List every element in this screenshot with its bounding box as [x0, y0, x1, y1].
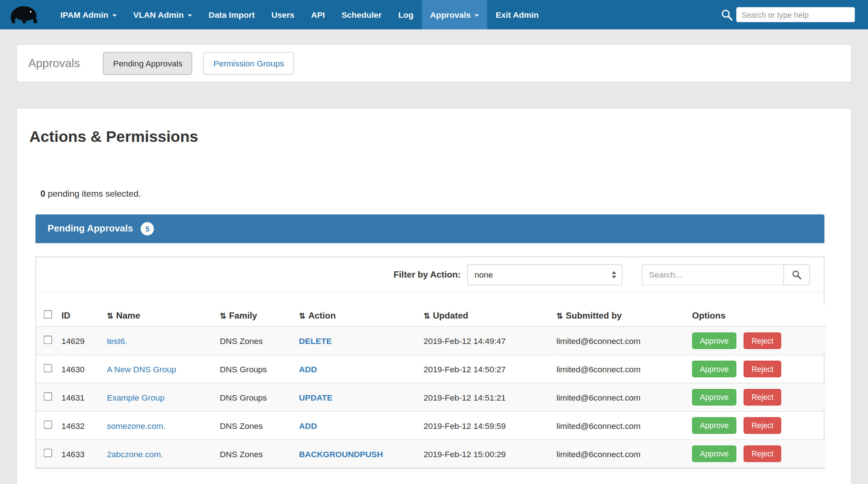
table-row: 14633 2abczone.com. DNS Zones BACKGROUND…	[36, 440, 826, 468]
table-search-input[interactable]	[642, 264, 784, 285]
select-arrows-icon	[612, 271, 616, 278]
page: IPAM Admin VLAN Admin Data Import Users …	[0, 0, 868, 484]
nav-item-vlan-admin[interactable]: VLAN Admin	[125, 0, 201, 29]
table-row: 14632 somezone.com. DNS Zones ADD 2019-F…	[36, 411, 826, 440]
nav-item-label: Approvals	[430, 10, 471, 19]
nav-item-exit-admin[interactable]: Exit Admin	[487, 0, 547, 29]
column-header-name[interactable]: ⇅Name	[102, 305, 215, 327]
row-submitted-by: limited@6connect.com	[552, 355, 687, 383]
reject-button[interactable]: Reject	[744, 361, 781, 377]
global-search-input[interactable]	[736, 7, 855, 22]
nav-item-api[interactable]: API	[303, 0, 333, 29]
nav-item-ipam-admin[interactable]: IPAM Admin	[52, 0, 125, 29]
row-name-link[interactable]: 2abczone.com.	[107, 449, 163, 459]
row-family: DNS Zones	[215, 440, 294, 468]
selected-text: pending items selected.	[48, 189, 141, 198]
nav-item-label: Exit Admin	[496, 10, 539, 19]
sort-icon: ⇅	[423, 311, 430, 320]
row-action-link[interactable]: ADD	[299, 364, 317, 374]
row-checkbox[interactable]	[44, 421, 52, 429]
reject-button[interactable]: Reject	[744, 389, 781, 406]
main-panel: Actions & Permissions 0 pending items se…	[17, 108, 852, 484]
nav-item-label: Log	[398, 10, 413, 19]
row-checkbox[interactable]	[44, 392, 52, 401]
row-family: DNS Groups	[215, 383, 294, 411]
row-submitted-by: limited@6connect.com	[552, 411, 687, 440]
column-header-family[interactable]: ⇅Family	[215, 305, 294, 327]
row-name-link[interactable]: somezone.com.	[107, 421, 166, 430]
nav-item-label: Users	[271, 10, 294, 19]
nav-item-data-import[interactable]: Data Import	[200, 0, 263, 29]
provision-logo[interactable]	[8, 0, 40, 29]
row-updated: 2019-Feb-12 14:49:47	[419, 327, 552, 355]
select-all-checkbox[interactable]	[44, 310, 52, 319]
table-search-button[interactable]	[784, 264, 810, 285]
row-action-link[interactable]: ADD	[299, 421, 317, 430]
nav-item-users[interactable]: Users	[263, 0, 303, 29]
row-family: DNS Groups	[215, 355, 294, 383]
selection-status: 0 pending items selected.	[40, 189, 840, 199]
approve-button[interactable]: Approve	[692, 389, 736, 406]
approve-button[interactable]: Approve	[692, 446, 736, 462]
row-name-link[interactable]: Example Group	[107, 393, 165, 402]
tab-pending-approvals[interactable]: Pending Approvals	[103, 52, 193, 75]
column-header-submitted-by[interactable]: ⇅Submitted by	[552, 305, 687, 327]
nav-item-scheduler[interactable]: Scheduler	[333, 0, 390, 29]
row-action-link[interactable]: DELETE	[299, 336, 332, 345]
nav-item-label: Scheduler	[342, 10, 382, 19]
column-header-action[interactable]: ⇅Action	[294, 305, 419, 327]
row-name-link[interactable]: test6.	[107, 336, 127, 345]
row-id: 14633	[57, 440, 102, 468]
row-checkbox[interactable]	[44, 449, 52, 457]
tab-permission-groups[interactable]: Permission Groups	[203, 52, 294, 75]
elephant-logo-icon	[8, 4, 40, 26]
count-badge: 5	[141, 222, 154, 235]
approve-button[interactable]: Approve	[692, 417, 736, 434]
reject-button[interactable]: Reject	[744, 417, 781, 434]
selected-count: 0	[40, 189, 45, 198]
global-search	[721, 0, 855, 29]
sort-icon: ⇅	[220, 311, 226, 320]
column-header-updated[interactable]: ⇅Updated	[419, 305, 552, 327]
page-title: Approvals	[28, 57, 80, 70]
table-search	[642, 264, 810, 285]
nav-menu: IPAM Admin VLAN Admin Data Import Users …	[52, 0, 547, 29]
approve-button[interactable]: Approve	[692, 332, 736, 349]
sort-icon: ⇅	[107, 311, 113, 320]
row-action-link[interactable]: BACKGROUNDPUSH	[299, 449, 383, 459]
table-row: 14629 test6. DNS Zones DELETE 2019-Feb-1…	[36, 327, 826, 355]
table-header-row: ID ⇅Name ⇅Family ⇅Action ⇅Updated ⇅Submi…	[36, 305, 826, 327]
panel-title: Pending Approvals	[47, 223, 133, 234]
row-id: 14629	[57, 327, 102, 355]
nav-item-approvals[interactable]: Approvals	[422, 0, 487, 29]
chevron-down-icon	[187, 14, 192, 16]
nav-item-log[interactable]: Log	[390, 0, 422, 29]
nav-item-label: IPAM Admin	[60, 10, 108, 19]
row-name-link[interactable]: A New DNS Group	[107, 364, 176, 374]
search-icon	[792, 270, 802, 279]
row-submitted-by: limited@6connect.com	[552, 383, 687, 411]
row-updated: 2019-Feb-12 15:00:29	[419, 440, 552, 468]
action-filter-select[interactable]: none	[467, 264, 623, 285]
row-updated: 2019-Feb-12 14:50:27	[419, 355, 552, 383]
row-action-link[interactable]: UPDATE	[299, 393, 332, 402]
reject-button[interactable]: Reject	[744, 446, 781, 462]
search-icon	[721, 9, 733, 21]
row-family: DNS Zones	[215, 411, 294, 440]
section-title: Actions & Permissions	[29, 128, 840, 146]
row-id: 14630	[57, 355, 102, 383]
chevron-down-icon	[112, 14, 116, 16]
approve-button[interactable]: Approve	[692, 361, 736, 377]
sort-icon: ⇅	[299, 311, 306, 320]
approvals-subheader: Approvals Pending Approvals Permission G…	[17, 44, 852, 82]
pending-approvals-header: Pending Approvals 5	[36, 214, 824, 243]
row-checkbox[interactable]	[44, 364, 52, 372]
sort-icon: ⇅	[557, 311, 563, 320]
nav-item-label: API	[311, 10, 325, 19]
approvals-table-card: Filter by Action: none	[36, 257, 824, 469]
row-id: 14632	[57, 411, 102, 440]
reject-button[interactable]: Reject	[744, 332, 781, 349]
filter-by-action-label: Filter by Action:	[393, 270, 460, 279]
row-checkbox[interactable]	[44, 336, 52, 344]
row-updated: 2019-Feb-12 14:51:21	[419, 383, 552, 411]
